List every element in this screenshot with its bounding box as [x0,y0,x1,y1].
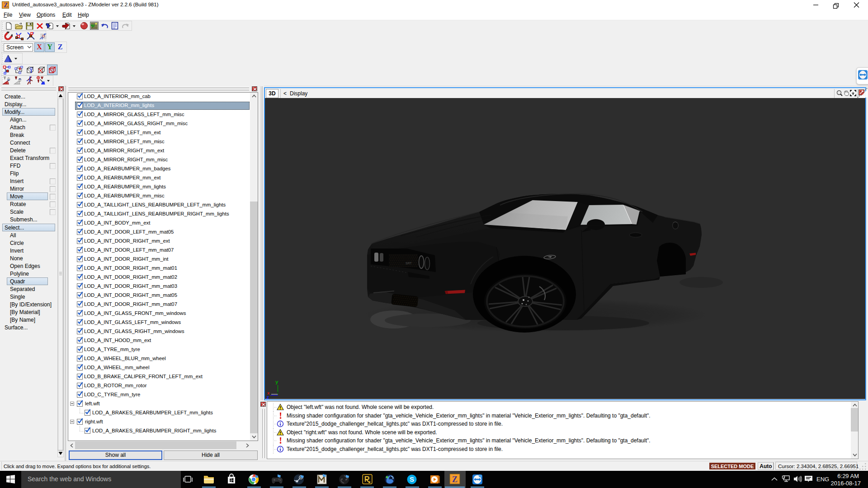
svg-text:SRT: SRT [406,262,412,265]
svg-text:z: z [266,395,269,399]
svg-text:y: y [275,380,278,385]
svg-text:S: S [410,475,414,483]
svg-text:Z: Z [452,475,458,484]
